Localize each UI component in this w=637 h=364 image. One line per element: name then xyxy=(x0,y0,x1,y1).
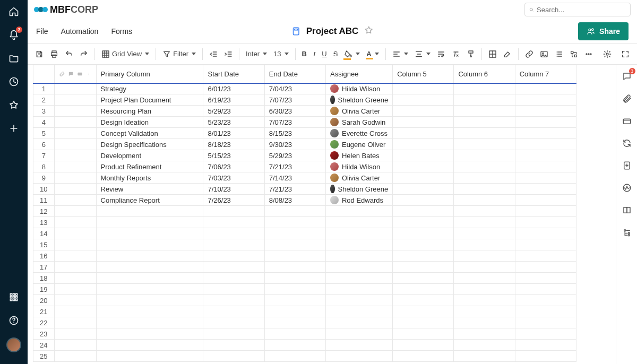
table-row[interactable]: 17 xyxy=(33,262,576,273)
cell-start[interactable]: 7/10/23 xyxy=(203,184,264,195)
cell-c7[interactable] xyxy=(515,228,576,239)
cell-start[interactable] xyxy=(203,317,264,328)
group-button[interactable] xyxy=(567,49,580,59)
cell-assignee[interactable] xyxy=(325,206,392,217)
cell-assignee[interactable] xyxy=(325,295,392,306)
cell-c6[interactable] xyxy=(454,217,515,228)
table-row[interactable]: 24 xyxy=(33,340,576,351)
cell-c5[interactable] xyxy=(393,206,454,217)
table-row[interactable]: 19 xyxy=(33,284,576,295)
view-selector[interactable]: Grid View xyxy=(99,49,151,59)
undo-button[interactable] xyxy=(63,49,75,59)
cell-assignee[interactable] xyxy=(325,250,392,262)
download-panel-icon[interactable] xyxy=(622,160,632,171)
underline-button[interactable]: U xyxy=(320,49,329,59)
docs-panel-icon[interactable] xyxy=(622,205,632,215)
cell-end[interactable] xyxy=(264,328,325,340)
cell-end[interactable] xyxy=(264,217,325,228)
cell-c6[interactable] xyxy=(454,284,515,295)
cell-c5[interactable] xyxy=(393,284,454,295)
cell-c7[interactable] xyxy=(515,172,576,184)
cell-c7[interactable] xyxy=(515,328,576,340)
col-header-primary[interactable]: Primary Column xyxy=(96,65,203,83)
filter-button[interactable]: Filter xyxy=(160,49,198,59)
cell-c5[interactable] xyxy=(393,317,454,328)
table-row[interactable]: 21 xyxy=(33,306,576,317)
cell-start[interactable] xyxy=(203,228,264,239)
cell-primary[interactable] xyxy=(96,306,203,317)
cell-end[interactable] xyxy=(264,340,325,351)
cell-c6[interactable] xyxy=(454,340,515,351)
cell-c7[interactable] xyxy=(515,295,576,306)
format-painter-button[interactable] xyxy=(464,49,477,59)
cell-c7[interactable] xyxy=(515,217,576,228)
cell-assignee[interactable]: Everette Cross xyxy=(325,128,392,139)
cell-end[interactable] xyxy=(264,295,325,306)
print-button[interactable] xyxy=(48,49,61,59)
cell-start[interactable] xyxy=(203,206,264,217)
cell-c5[interactable] xyxy=(393,117,454,128)
cell-assignee[interactable]: Eugene Oliver xyxy=(325,139,392,150)
table-row[interactable]: 23 xyxy=(33,328,576,340)
table-row[interactable]: 11Compliance Report7/26/238/08/23Rod Edw… xyxy=(33,195,576,206)
table-row[interactable]: 9Monthly Reports7/03/237/14/23Olivia Car… xyxy=(33,172,576,184)
cell-c6[interactable] xyxy=(454,83,515,94)
cell-c5[interactable] xyxy=(393,150,454,161)
cell-start[interactable]: 7/26/23 xyxy=(203,195,264,206)
col-header-start[interactable]: Start Date xyxy=(203,65,264,83)
table-row[interactable]: 10Review7/10/237/21/23Sheldon Greene xyxy=(33,184,576,195)
cell-end[interactable] xyxy=(264,284,325,295)
cell-primary[interactable]: Product Refinement xyxy=(96,161,203,172)
cell-start[interactable]: 7/03/23 xyxy=(203,172,264,184)
create-icon[interactable] xyxy=(7,122,20,135)
cell-primary[interactable] xyxy=(96,317,203,328)
conditional-format-button[interactable] xyxy=(486,49,499,59)
cell-c5[interactable] xyxy=(393,139,454,150)
cell-c5[interactable] xyxy=(393,351,454,362)
cell-c7[interactable] xyxy=(515,117,576,128)
cell-c5[interactable] xyxy=(393,273,454,284)
cell-primary[interactable] xyxy=(96,284,203,295)
list-button[interactable] xyxy=(553,49,565,59)
cell-c6[interactable] xyxy=(454,206,515,217)
notifications-icon[interactable]: 3 xyxy=(7,29,20,41)
cell-c5[interactable] xyxy=(393,328,454,340)
cell-c5[interactable] xyxy=(393,83,454,94)
cell-primary[interactable]: Design Ideation xyxy=(96,117,203,128)
cell-c5[interactable] xyxy=(393,217,454,228)
save-button[interactable] xyxy=(33,49,46,59)
cell-c7[interactable] xyxy=(515,262,576,273)
cell-primary[interactable]: Monthly Reports xyxy=(96,172,203,184)
table-row[interactable]: 14 xyxy=(33,228,576,239)
cell-primary[interactable]: Resourcing Plan xyxy=(96,106,203,117)
user-avatar[interactable] xyxy=(6,337,21,352)
proofs-panel-icon[interactable] xyxy=(622,116,632,126)
fill-color-button[interactable] xyxy=(342,49,362,59)
menu-automation[interactable]: Automation xyxy=(61,27,99,36)
cell-assignee[interactable]: Rod Edwards xyxy=(325,195,392,206)
clear-format-button[interactable] xyxy=(450,49,462,59)
cell-c6[interactable] xyxy=(454,250,515,262)
cell-c5[interactable] xyxy=(393,239,454,250)
cell-assignee[interactable] xyxy=(325,328,392,340)
cell-primary[interactable] xyxy=(96,295,203,306)
attachments-panel-icon[interactable] xyxy=(622,93,632,104)
bold-button[interactable]: B xyxy=(300,49,309,59)
table-row[interactable]: 8Product Refinement7/06/237/21/23Hilda W… xyxy=(33,161,576,172)
cell-start[interactable]: 7/06/23 xyxy=(203,161,264,172)
activity-panel-icon[interactable] xyxy=(622,183,632,193)
cell-c6[interactable] xyxy=(454,295,515,306)
cell-start[interactable] xyxy=(203,217,264,228)
cell-assignee[interactable] xyxy=(325,284,392,295)
org-panel-icon[interactable] xyxy=(622,227,632,238)
table-row[interactable]: 7Development5/15/235/29/23Helen Bates xyxy=(33,150,576,161)
cell-assignee[interactable]: Olivia Carter xyxy=(325,106,392,117)
col-header-5[interactable]: Column 5 xyxy=(393,65,454,83)
link-button[interactable] xyxy=(523,49,536,59)
cell-assignee[interactable] xyxy=(325,317,392,328)
cell-start[interactable] xyxy=(203,351,264,362)
cell-primary[interactable] xyxy=(96,217,203,228)
cell-c7[interactable] xyxy=(515,273,576,284)
cell-end[interactable]: 7/14/23 xyxy=(264,172,325,184)
cell-c5[interactable] xyxy=(393,228,454,239)
